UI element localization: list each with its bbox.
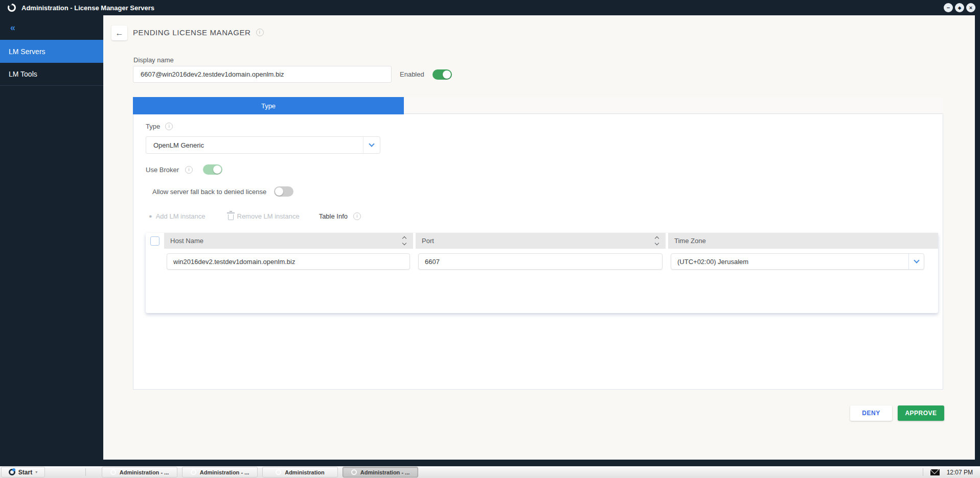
column-header-port[interactable]: Port bbox=[416, 233, 666, 249]
start-arrow-icon: ▾ bbox=[35, 470, 37, 474]
lm-instance-table: Host Name Port Time Zone bbox=[146, 233, 938, 313]
time-zone-chevron[interactable] bbox=[908, 254, 924, 269]
back-arrow-icon: ← bbox=[116, 29, 124, 38]
approve-button[interactable]: APPROVE bbox=[898, 405, 944, 421]
enabled-toggle[interactable] bbox=[432, 69, 452, 80]
chevron-down-icon bbox=[914, 257, 919, 263]
type-dropdown[interactable]: OpenLM Generic bbox=[146, 136, 380, 154]
tab-bar: Type bbox=[133, 97, 943, 114]
table-info-button[interactable]: Table Info i bbox=[319, 212, 361, 220]
display-name-label: Display name bbox=[133, 56, 174, 64]
taskbar: Start ▾ Administration - ... Administrat… bbox=[0, 466, 980, 478]
use-broker-info-icon[interactable]: i bbox=[185, 166, 193, 174]
type-dropdown-chevron[interactable] bbox=[363, 137, 380, 153]
window-controls: − ◆ × bbox=[944, 3, 975, 12]
host-name-cell bbox=[164, 253, 413, 270]
sidebar: « LM Servers LM Tools bbox=[0, 15, 103, 466]
window-frame-bottom bbox=[0, 460, 980, 466]
taskbar-clock: 12:07 PM bbox=[947, 469, 973, 476]
sidebar-item-lm-servers[interactable]: LM Servers bbox=[0, 40, 103, 63]
enabled-label: Enabled bbox=[400, 70, 424, 78]
type-info-icon[interactable]: i bbox=[165, 123, 173, 130]
column-header-host-name[interactable]: Host Name bbox=[164, 233, 413, 249]
type-panel: Type i OpenLM Generic Use Broker i Allow… bbox=[133, 114, 943, 390]
use-broker-row: Use Broker i bbox=[146, 164, 222, 175]
time-zone-value: (UTC+02:00) Jerusalem bbox=[671, 258, 748, 266]
app-logo-icon bbox=[191, 469, 196, 475]
table-header-row: Host Name Port Time Zone bbox=[146, 233, 938, 249]
window-frame-right bbox=[975, 15, 980, 466]
start-logo-icon bbox=[9, 469, 15, 475]
taskbar-item-administration-1[interactable]: Administration - ... bbox=[102, 467, 177, 477]
port-input[interactable] bbox=[418, 253, 663, 270]
taskbar-item-administration-4-active[interactable]: Administration - ... bbox=[343, 467, 418, 477]
chevron-down-icon bbox=[369, 141, 374, 147]
add-lm-instance-label: Add LM instance bbox=[156, 212, 206, 220]
app-logo-icon bbox=[276, 469, 281, 475]
type-dropdown-value: OpenLM Generic bbox=[146, 141, 204, 149]
close-button[interactable]: × bbox=[966, 3, 975, 12]
host-name-input[interactable] bbox=[167, 253, 410, 270]
table-toolbar: ● Add LM instance Remove LM instance Tab… bbox=[149, 212, 361, 220]
remove-lm-instance-button[interactable]: Remove LM instance bbox=[228, 212, 300, 220]
main-content: ← PENDING LICENSE MANAGER i Display name… bbox=[103, 15, 975, 460]
type-label-row: Type i bbox=[146, 123, 173, 130]
sort-icon[interactable] bbox=[655, 237, 659, 245]
taskbar-item-administration-2[interactable]: Administration - ... bbox=[182, 467, 258, 477]
taskbar-separator bbox=[85, 468, 86, 476]
start-button[interactable]: Start ▾ bbox=[1, 467, 45, 477]
back-button[interactable]: ← bbox=[111, 26, 127, 40]
fallback-row: Allow server fall back to denied license bbox=[152, 186, 293, 197]
window-title: Administration - License Manager Servers bbox=[21, 4, 154, 12]
add-icon: ● bbox=[149, 213, 152, 219]
table-info-label: Table Info bbox=[319, 212, 348, 220]
toggle-knob bbox=[275, 187, 283, 196]
add-lm-instance-button[interactable]: ● Add LM instance bbox=[149, 212, 206, 220]
display-name-input[interactable] bbox=[133, 66, 392, 83]
app-logo-icon bbox=[351, 469, 357, 475]
time-zone-cell: (UTC+02:00) Jerusalem bbox=[668, 253, 927, 270]
app-logo-icon bbox=[8, 4, 16, 12]
start-label: Start bbox=[18, 469, 32, 476]
column-header-time-zone[interactable]: Time Zone bbox=[668, 233, 938, 249]
fallback-label: Allow server fall back to denied license bbox=[152, 188, 266, 196]
use-broker-toggle[interactable] bbox=[203, 164, 222, 175]
mail-icon[interactable] bbox=[930, 469, 940, 475]
time-zone-dropdown[interactable]: (UTC+02:00) Jerusalem bbox=[671, 253, 924, 270]
table-row: (UTC+02:00) Jerusalem bbox=[146, 253, 938, 270]
deny-button[interactable]: DENY bbox=[850, 405, 892, 421]
tray-separator bbox=[923, 468, 923, 476]
minimize-button[interactable]: − bbox=[944, 3, 953, 12]
trash-icon bbox=[228, 214, 234, 220]
toggle-knob bbox=[213, 165, 221, 174]
sort-icon[interactable] bbox=[403, 237, 407, 245]
page-title-info-icon[interactable]: i bbox=[256, 29, 264, 36]
select-all-checkbox[interactable] bbox=[150, 236, 159, 246]
sidebar-item-lm-tools[interactable]: LM Tools bbox=[0, 63, 103, 86]
enabled-row: Enabled bbox=[400, 66, 452, 83]
use-broker-label: Use Broker bbox=[146, 166, 179, 174]
title-bar: Administration - License Manager Servers… bbox=[0, 0, 980, 15]
toggle-knob bbox=[443, 70, 451, 79]
fallback-toggle[interactable] bbox=[274, 186, 293, 197]
type-label: Type bbox=[146, 123, 160, 130]
taskbar-item-administration-3[interactable]: Administration bbox=[262, 467, 338, 477]
port-cell bbox=[416, 253, 666, 270]
app-logo-icon bbox=[110, 469, 116, 475]
select-all-cell bbox=[146, 233, 164, 249]
application-window: Administration - License Manager Servers… bbox=[0, 0, 980, 478]
remove-lm-instance-label: Remove LM instance bbox=[237, 212, 300, 220]
table-info-icon[interactable]: i bbox=[353, 212, 361, 220]
sidebar-item-label: LM Servers bbox=[9, 47, 45, 56]
page-title: PENDING LICENSE MANAGER i bbox=[133, 28, 264, 37]
system-tray: 12:07 PM bbox=[923, 468, 973, 476]
sidebar-item-label: LM Tools bbox=[9, 70, 37, 78]
sidebar-collapse-icon[interactable]: « bbox=[10, 22, 15, 33]
restore-button[interactable]: ◆ bbox=[955, 3, 964, 12]
tab-type[interactable]: Type bbox=[133, 97, 404, 114]
